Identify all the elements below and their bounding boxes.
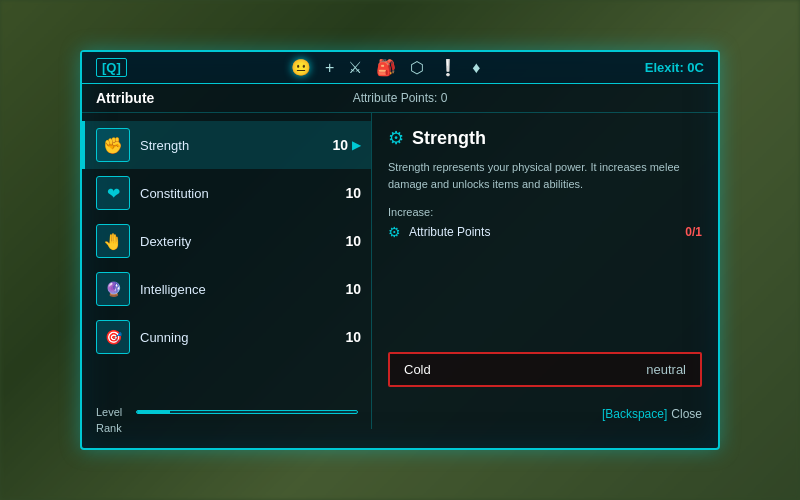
- cold-label: Cold: [404, 362, 646, 377]
- cunning-label: Cunning: [140, 330, 331, 345]
- main-content: ✊ Strength 10 ▶ ❤ Constitution 10 🤚 Dext…: [82, 113, 718, 429]
- detail-increase-label: Increase:: [388, 206, 702, 218]
- character-icon[interactable]: 😐: [291, 58, 311, 77]
- attr-item-cunning[interactable]: 🎯 Cunning 10: [82, 313, 371, 361]
- attribute-title: Attribute: [96, 90, 299, 106]
- top-icons: 😐 + ⚔ 🎒 ⬡ ❕ ♦: [291, 58, 481, 77]
- dexterity-icon: 🤚: [96, 224, 130, 258]
- constitution-label: Constitution: [140, 186, 331, 201]
- top-bar: [Q] 😐 + ⚔ 🎒 ⬡ ❕ ♦ Elexit: 0C: [82, 52, 718, 84]
- strength-icon: ✊: [96, 128, 130, 162]
- swords-icon[interactable]: ⚔: [348, 58, 362, 77]
- cunning-value: 10: [331, 329, 361, 345]
- detail-panel: ⚙ Strength Strength represents your phys…: [372, 113, 718, 429]
- attribute-list: ✊ Strength 10 ▶ ❤ Constitution 10 🤚 Dext…: [82, 113, 372, 429]
- dexterity-value: 10: [331, 233, 361, 249]
- backspace-key[interactable]: [Backspace]: [602, 407, 667, 421]
- rank-label: Rank: [96, 422, 136, 434]
- sub-header: Attribute Attribute Points: 0: [82, 84, 718, 113]
- dexterity-label: Dexterity: [140, 234, 331, 249]
- strength-arrow: ▶: [352, 138, 361, 152]
- detail-description: Strength represents your physical power.…: [388, 159, 702, 192]
- attr-item-strength[interactable]: ✊ Strength 10 ▶: [82, 121, 371, 169]
- attribute-points: Attribute Points: 0: [299, 91, 502, 105]
- level-label: Level: [96, 406, 136, 418]
- cold-bar: Cold neutral: [388, 352, 702, 387]
- exclamation-icon[interactable]: ❕: [438, 58, 458, 77]
- attr-item-intelligence[interactable]: 🔮 Intelligence 10: [82, 265, 371, 313]
- cold-value: neutral: [646, 362, 686, 377]
- left-bottom: Level Rank: [82, 406, 372, 438]
- strength-value: 10: [318, 137, 348, 153]
- cunning-icon: 🎯: [96, 320, 130, 354]
- level-bar: [136, 410, 358, 414]
- level-fill: [137, 411, 170, 413]
- detail-name: Strength: [412, 128, 486, 149]
- close-bar: [Backspace] Close: [602, 407, 702, 421]
- detail-increase-value: 0/1: [685, 225, 702, 239]
- attr-item-constitution[interactable]: ❤ Constitution 10: [82, 169, 371, 217]
- constitution-icon: ❤: [96, 176, 130, 210]
- light-icon[interactable]: ♦: [472, 59, 480, 77]
- detail-increase-text: Attribute Points: [409, 225, 677, 239]
- cube-icon[interactable]: ⬡: [410, 58, 424, 77]
- intelligence-value: 10: [331, 281, 361, 297]
- detail-increase-icon: ⚙: [388, 224, 401, 240]
- detail-increase-row: ⚙ Attribute Points 0/1: [388, 224, 702, 240]
- elex-display: Elexit: 0C: [645, 60, 704, 75]
- strength-label: Strength: [140, 138, 318, 153]
- intelligence-label: Intelligence: [140, 282, 331, 297]
- attr-item-dexterity[interactable]: 🤚 Dexterity 10: [82, 217, 371, 265]
- q-key[interactable]: [Q]: [96, 58, 127, 77]
- close-label[interactable]: Close: [671, 407, 702, 421]
- bag-icon[interactable]: 🎒: [376, 58, 396, 77]
- constitution-value: 10: [331, 185, 361, 201]
- plus-icon[interactable]: +: [325, 59, 334, 77]
- intelligence-icon: 🔮: [96, 272, 130, 306]
- detail-icon: ⚙: [388, 127, 404, 149]
- detail-title-row: ⚙ Strength: [388, 127, 702, 149]
- ui-panel: [Q] 😐 + ⚔ 🎒 ⬡ ❕ ♦ Elexit: 0C Attribute A…: [80, 50, 720, 450]
